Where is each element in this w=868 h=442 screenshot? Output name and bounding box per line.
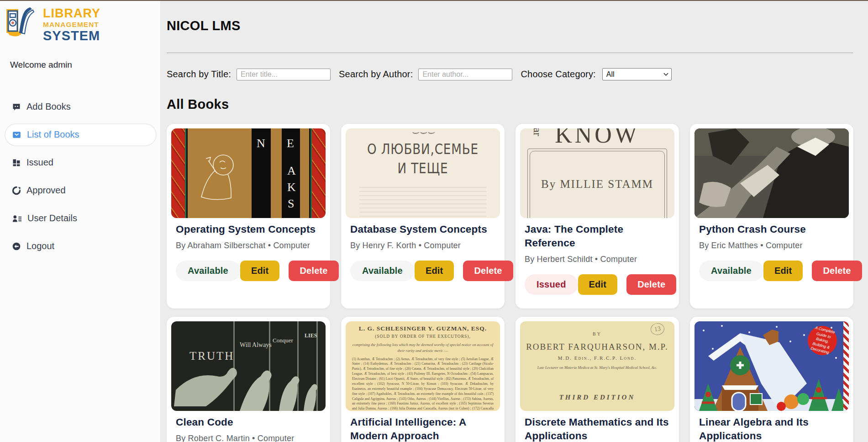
window-top-edge [0,0,868,1]
category-select[interactable]: All [602,68,672,80]
sidebar-item-add-books[interactable]: Add Books [5,96,157,118]
message-square-icon [12,102,21,112]
section-title: All Books [167,97,853,112]
book-cover-artificial-intelligence: L. G. SCHLESINGER Y. GUZMAN, ESQ. (SOLD … [346,321,500,411]
book-cover-operating-system-concepts: N E A K S [171,128,326,218]
sidebar-item-label: User Details [27,213,77,224]
header-divider [167,53,853,54]
book-author: By Eric Matthes • Computer [699,241,845,250]
status-badge: Issued [525,274,578,295]
sidebar-item-user-details[interactable]: User Details [5,207,157,230]
status-badge: Available [176,261,240,281]
book-cover-linear-algebra: A Complete Guide to Baking, Building & D… [694,321,849,411]
card-actions: Available Edit Delete [176,261,322,286]
sidebar-item-list-of-books[interactable]: List of Books [5,123,157,146]
book-cover-python-crash-course [694,128,849,218]
book-card: Python Crash Course By Eric Matthes • Co… [690,124,853,309]
book-title: Database System Concepts [350,223,496,236]
book-card: TRUTH Will Always Conquer LIES Clean Cod… [167,317,330,442]
users-icon [12,214,22,223]
filter-bar: Search by Title: Search by Author: Choos… [167,68,853,80]
main-content: NICOL LMS Search by Title: Search by Aut… [161,0,868,442]
book-author: By Herbert Schildt • Computer [525,255,671,264]
sidebar-nav: Add Books List of Books Issued Approve [0,96,160,258]
search-author-input[interactable] [418,69,512,80]
mail-icon [12,130,21,139]
logo-word-library: LIBRARY [43,7,100,20]
sidebar-item-label: List of Books [27,129,79,140]
edit-button[interactable]: Edit [240,261,280,281]
book-card: A Complete Guide to Baking, Building & D… [690,317,853,442]
status-badge: Available [699,261,763,281]
book-card: N E A K S Operating System Concepts By A… [167,124,330,309]
refresh-icon [12,186,21,195]
book-author: By Abraham Silberschat • Computer [176,241,322,250]
book-title: Artificial Intelligence: A Modern Approa… [350,415,496,442]
card-actions: Issued Edit Delete [525,274,671,299]
grid-icon [12,158,21,167]
sidebar-item-logout[interactable]: Logout [5,235,157,258]
app-logo: LIBRARY MANAGEMENT SYSTEM [0,1,160,43]
bw-portrait-photo [694,128,849,218]
delete-button[interactable]: Delete [289,261,338,281]
figure-sketch [188,147,247,211]
page-title: NICOL LMS [167,18,853,33]
book-cover-discrete-mathematics: 13 BY ROBERT FARQUHARSON, M.P. M.D. Edin… [520,321,674,411]
logo-word-management: MANAGEMENT [43,21,100,28]
search-title-label: Search by Title: [167,69,231,80]
category-select-wrap: All [602,68,672,80]
book-cover-database-system-concepts: ⌣⌣⌣ О ЛЮБВИ,СЕМЬЕ И ТЕЩЕ [346,128,500,218]
book-author: By Robert C. Martin • Computer [176,434,322,442]
open-book-logo-icon [4,5,39,37]
sidebar: LIBRARY MANAGEMENT SYSTEM Welcome admin … [0,1,161,442]
edit-button[interactable]: Edit [578,274,618,295]
delete-button[interactable]: Delete [626,274,676,295]
search-title-input[interactable] [237,69,331,80]
status-badge: Available [350,261,415,281]
tug-of-war-figures [171,321,326,411]
book-title: Python Crash Course [699,223,845,236]
delete-button[interactable]: Delete [463,261,513,281]
sidebar-item-label: Approved [26,185,66,196]
book-title: Java: The Complete Reference [525,223,671,250]
sidebar-item-issued[interactable]: Issued [5,151,157,174]
book-card: ⌣⌣⌣ О ЛЮБВИ,СЕМЬЕ И ТЕЩЕ Database System… [341,124,505,309]
app-logo-text: LIBRARY MANAGEMENT SYSTEM [43,5,100,43]
book-card: 13 BY ROBERT FARQUHARSON, M.P. M.D. Edin… [516,317,679,442]
book-title: Operating System Concepts [176,223,322,236]
books-grid: N E A K S Operating System Concepts By A… [167,124,853,442]
sidebar-item-label: Add Books [26,101,71,112]
book-cover-clean-code: TRUTH Will Always Conquer LIES [171,321,326,411]
logo-word-system: SYSTEM [43,29,100,43]
book-author: By Henry F. Korth • Computer [350,241,496,250]
book-card: ar KNOW By MILLIE STAMM Java: The Comple… [516,124,679,309]
book-title: Clean Code [176,415,322,429]
book-cover-java-complete-reference: ar KNOW By MILLIE STAMM [520,128,674,218]
book-title: Linear Algebra and Its Applications [699,415,845,442]
sidebar-item-label: Issued [26,157,53,168]
delete-button[interactable]: Delete [812,261,862,281]
search-author-label: Search by Author: [339,69,413,80]
sidebar-item-approved[interactable]: Approved [5,179,157,202]
logout-icon [12,242,21,251]
sidebar-item-label: Logout [26,241,54,251]
welcome-message: Welcome admin [0,43,160,70]
card-actions: Available Edit Delete [699,261,845,286]
category-label: Choose Category: [521,69,595,80]
book-title: Discrete Mathematics and Its Application… [525,415,671,442]
edit-button[interactable]: Edit [415,261,454,281]
edit-button[interactable]: Edit [763,261,803,281]
book-card: L. G. SCHLESINGER Y. GUZMAN, ESQ. (SOLD … [341,317,505,442]
card-actions: Available Edit Delete [350,261,496,286]
